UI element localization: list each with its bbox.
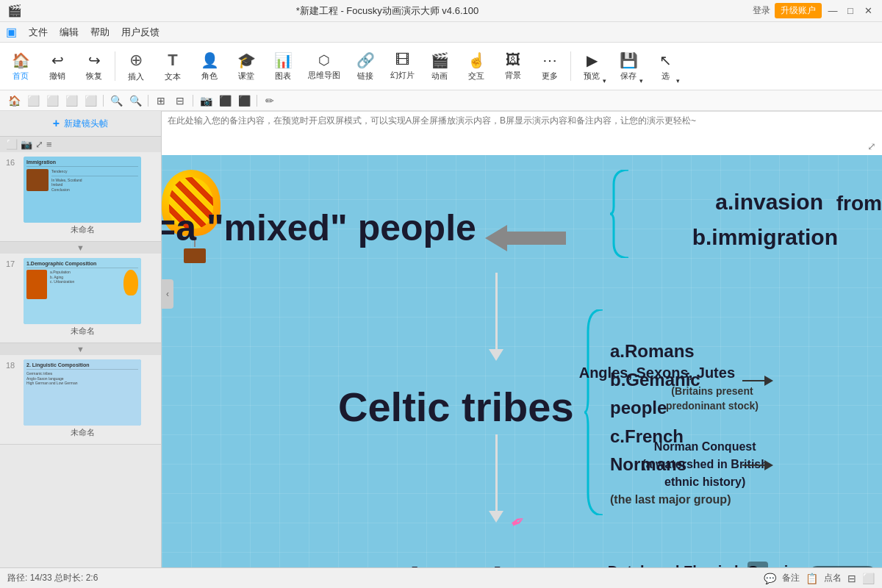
notes-textarea[interactable] (168, 115, 876, 152)
tool-preview-label: 预览 (584, 71, 600, 82)
tool-home[interactable]: 🏠 首页 (3, 45, 38, 87)
menu-item-file[interactable]: 文件 (29, 26, 48, 39)
sub-zoom-out-icon[interactable]: 🔍 (127, 93, 143, 109)
fullscreen-icon[interactable]: ⬜ (862, 573, 875, 584)
notes-expand-icon[interactable]: ⤢ (867, 140, 876, 152)
from-text[interactable]: from (836, 192, 882, 215)
invasion-text[interactable]: a.invasion (715, 184, 823, 220)
interact-icon: ☝ (467, 51, 486, 69)
tool-role-label: 角色 (201, 71, 218, 82)
brace-left-top (610, 170, 632, 258)
status-right: 💬 备注 📋 点名 ⊟ ⬜ (764, 572, 875, 584)
tool-bg[interactable]: 🖼 背景 (495, 45, 531, 87)
sub-screenshot-icon[interactable]: 📷 (198, 93, 214, 109)
menu-item-edit[interactable]: 编辑 (60, 26, 79, 39)
menu-item-feedback[interactable]: 用户反馈 (121, 26, 159, 39)
tool-undo[interactable]: ↩ 撤销 (40, 45, 75, 87)
slide-item-17[interactable]: 17 1.Demographic Composition a.Populatio… (0, 254, 161, 343)
more-icon: ⋯ (542, 51, 557, 69)
role-icon: 👤 (201, 51, 219, 69)
tool-text[interactable]: T 文本 (155, 45, 190, 87)
slide-divider-icon: ▼ (76, 243, 85, 252)
redo-icon: ↪ (88, 51, 101, 69)
slide-group-18: 18 2. Linguistic Composition Germanic tr… (0, 355, 161, 445)
maximize-button[interactable]: □ (844, 4, 857, 18)
sidebar-collapse-button[interactable]: ‹ (162, 279, 173, 309)
status-left: 路径: 14/33 总时长: 2:6 (7, 572, 98, 584)
titlebar-left: 🎬 (7, 4, 22, 18)
sub-box1-icon[interactable]: ⬛ (217, 93, 233, 109)
tool-insert[interactable]: ⊕ 插入 (118, 45, 154, 87)
celtic-tribes-text[interactable]: Celtic tribes (338, 383, 574, 431)
layout-icon[interactable]: ⊟ (847, 573, 856, 584)
sub-cut-icon[interactable]: ⬜ (63, 93, 79, 109)
tool-select[interactable]: ↖ 选 (648, 45, 683, 87)
tool-redo[interactable]: ↪ 恢复 (76, 45, 112, 87)
tool-more-label: 更多 (542, 71, 558, 82)
tool-chart[interactable]: 📊 图表 (265, 45, 301, 87)
slide-number-18: 18 (6, 359, 21, 370)
comment-icon[interactable]: 💬 (764, 573, 776, 584)
sub-copy-icon[interactable]: ⬜ (25, 93, 41, 109)
titlebar-right: 登录 升级账户 — □ ✕ (753, 3, 875, 18)
tool-save-label: 保存 (620, 71, 637, 82)
chart-icon: 📊 (274, 51, 293, 69)
sub-home-icon[interactable]: 🏠 (6, 93, 22, 109)
tool-insert-label: 插入 (128, 71, 144, 82)
tool-slide-label: 幻灯片 (390, 70, 415, 81)
tool-preview[interactable]: ▶ 预览 (574, 45, 609, 87)
sub-edit-icon[interactable]: ✏ (262, 93, 278, 109)
arrange-frame-icon[interactable]: ≡ (46, 139, 52, 150)
fit-frame-icon[interactable]: ⤢ (35, 139, 43, 150)
login-button[interactable]: 登录 (753, 4, 770, 17)
sub-zoom-in-icon[interactable]: 🔍 (108, 93, 124, 109)
sub-paste-icon[interactable]: ⬜ (44, 93, 60, 109)
tool-more[interactable]: ⋯ 更多 (532, 45, 567, 87)
immigration-text[interactable]: b.immigration (692, 220, 838, 255)
slide-divider-icon-2: ▼ (76, 345, 85, 354)
tool-link[interactable]: 🔗 链接 (348, 45, 383, 87)
slide-thumb-17: 1.Demographic Composition a.Population b… (24, 258, 141, 324)
menu-item-help[interactable]: 帮助 (90, 26, 110, 39)
tool-role[interactable]: 👤 角色 (192, 45, 227, 87)
tool-interact[interactable]: ☝ 交互 (459, 45, 494, 87)
sub-box2-icon[interactable]: ⬛ (236, 93, 252, 109)
sub-delete-icon[interactable]: ⬜ (82, 93, 98, 109)
attendance-icon[interactable]: 📋 (806, 573, 818, 584)
sub-separator-1 (103, 95, 104, 107)
last-group-text[interactable]: (the last major group) (610, 493, 731, 506)
link-icon: 🔗 (356, 51, 375, 69)
app-title: *新建工程 - Focusky动画演示大师 v4.6.100 (22, 4, 753, 18)
tool-chart-label: 图表 (275, 71, 291, 82)
camera-frame-icon[interactable]: 📷 (21, 139, 32, 150)
preview-icon: ▶ (587, 51, 598, 69)
new-frame-button[interactable]: + 新建镜头帧 (0, 111, 161, 137)
sub-grid-icon[interactable]: ⊞ (153, 93, 169, 109)
notes-label[interactable]: 备注 (782, 572, 800, 584)
slide-icon: 🎞 (395, 51, 410, 68)
slide-item-16[interactable]: 16 Immigration Tendency In Wales, (0, 152, 161, 242)
status-path: 路径: 14/33 总时长: 2:6 (7, 572, 98, 584)
copy-frame-icon[interactable]: ⬜ (6, 139, 18, 150)
attendance-label[interactable]: 点名 (824, 572, 842, 584)
minimize-button[interactable]: — (826, 4, 839, 18)
close-button[interactable]: ✕ (861, 4, 875, 18)
tool-anim[interactable]: 🎬 动画 (422, 45, 457, 87)
slide-number-17: 17 (6, 258, 21, 268)
angles-text[interactable]: Angles, Sexons, Jutes (579, 365, 735, 381)
brace-center (584, 309, 606, 515)
tool-slide[interactable]: 🎞 幻灯片 (384, 45, 420, 87)
canvas-area[interactable]: history =a "mixed" people a.invasion b.i… (162, 111, 882, 588)
sub-frame-icon[interactable]: ⊟ (172, 93, 188, 109)
tool-save[interactable]: 💾 保存 (611, 45, 646, 87)
mixed-people-text[interactable]: =a "mixed" people (162, 207, 476, 249)
britains-text[interactable]: (Britains presentpredoninant stock) (666, 384, 759, 413)
slide-number-16: 16 (6, 157, 21, 167)
sidebar: + 新建镜头帧 ⬜ 📷 ⤢ ≡ 16 Immigration (0, 111, 162, 588)
tool-lesson[interactable]: 🎓 课堂 (229, 45, 264, 87)
upgrade-button[interactable]: 升级账户 (775, 3, 822, 18)
tool-link-label: 链接 (357, 71, 373, 82)
slide-label-17: 未命名 (24, 324, 141, 338)
slide-item-18[interactable]: 18 2. Linguistic Composition Germanic tr… (0, 355, 161, 445)
tool-mindmap[interactable]: ⬡ 思维导图 (302, 45, 346, 87)
